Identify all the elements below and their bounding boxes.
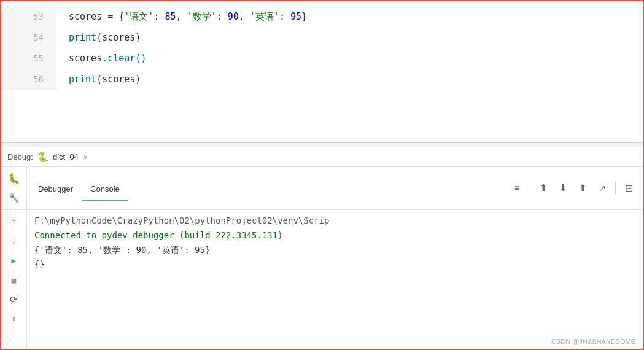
wrench-icon[interactable] [4,189,25,206]
hamburger-menu-button[interactable]: ≡ [508,179,526,196]
toolbar-divider-2 [615,182,616,194]
close-tab-button[interactable]: × [83,153,88,161]
scroll-down-button[interactable] [4,232,25,249]
line-number: 54 [1,27,56,48]
toolbar-divider [530,182,530,194]
cursor-button[interactable]: ↗ [593,179,611,196]
tab-debugger[interactable]: Debugger [29,177,82,201]
debug-sidebar-icons [1,167,27,209]
tab-console[interactable]: Console [82,177,128,201]
watermark: CSDN @JH&&HANDSOME [551,338,635,345]
code-editor: 53scores = {'语文': 85, '数学': 90, '英语': 95… [1,1,643,142]
line-number: 53 [1,6,56,27]
step-over-button[interactable]: ⬆ [573,179,592,196]
panel-separator [1,142,643,147]
file-icon: 🐍 [37,151,49,163]
code-line: 56print(scores) [1,69,643,90]
code-line: 55scores.clear() [1,48,643,69]
step-into-button[interactable]: ⬇ [554,179,572,196]
code-line: 54print(scores) [1,27,643,48]
line-content: print(scores) [56,27,141,48]
debug-panel: Debug: 🐍 dict_04 × Debugger Console ≡ ⬆ … [1,147,643,349]
debug-tabs: Debugger Console [27,176,503,200]
download-button[interactable] [4,311,25,328]
step-out-button[interactable]: ⬆ [534,179,553,196]
bug-icon[interactable] [4,169,25,187]
console-output: F:\myPythonCode\CrazyPython\02\pythonPro… [27,210,643,349]
console-sidebar [1,210,27,349]
console-line: {'语文': 85, '数学': 90, '英语': 95} [34,243,635,258]
console-line: {} [34,257,635,272]
scroll-up-button[interactable] [4,212,25,230]
debug-tab-filename: dict_04 [53,152,79,161]
console-line: F:\myPythonCode\CrazyPython\02\pythonPro… [34,214,635,228]
line-content: scores.clear() [56,48,146,69]
stop-button[interactable] [4,271,25,289]
table-view-button[interactable]: ⊞ [619,179,638,196]
line-content: print(scores) [56,69,141,90]
debug-toolbar: Debugger Console ≡ ⬆ ⬇ ⬆ ↗ ⊞ [1,167,643,210]
toolbar-actions: ≡ ⬆ ⬇ ⬆ ↗ ⊞ [503,179,643,196]
debug-title-bar: Debug: 🐍 dict_04 × [1,147,643,167]
line-number: 55 [1,48,56,69]
run-button[interactable] [4,252,25,269]
code-line: 53scores = {'语文': 85, '数学': 90, '英语': 95… [1,6,643,27]
console-line: Connected to pydev debugger (build 222.3… [34,228,635,243]
line-number: 56 [1,69,56,90]
line-content: scores = {'语文': 85, '数学': 90, '英语': 95} [56,6,307,27]
rerun-button[interactable] [4,291,25,308]
code-lines: 53scores = {'语文': 85, '数学': 90, '英语': 95… [1,1,643,95]
console-area: F:\myPythonCode\CrazyPython\02\pythonPro… [1,210,643,349]
debug-label: Debug: [7,152,33,161]
